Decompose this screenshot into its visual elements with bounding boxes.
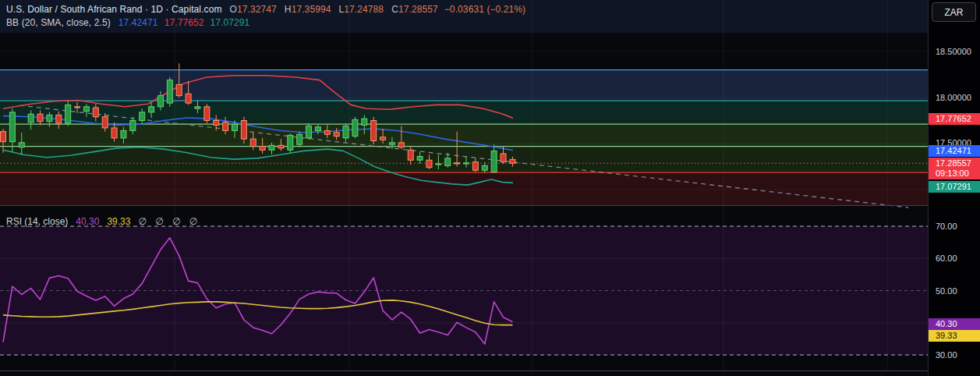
- rsi-indicator-label[interactable]: RSI (14, close): [6, 216, 68, 227]
- axis-tick-label: 50.00: [936, 286, 957, 296]
- candle-body: [306, 126, 312, 138]
- axis-tick-label: 18.00000: [936, 92, 971, 103]
- bb-lower-badge: 17.07291: [929, 181, 980, 193]
- price-and-rsi-canvas[interactable]: [0, 0, 928, 371]
- candle-body: [482, 165, 487, 170]
- candle-body: [436, 164, 441, 165]
- candle-body: [455, 163, 460, 164]
- open-label: O: [230, 4, 237, 15]
- candle-body: [186, 94, 191, 103]
- candle-body: [93, 108, 98, 117]
- candle-body: [47, 115, 52, 121]
- candle-body: [510, 159, 515, 163]
- candle-body: [121, 130, 126, 137]
- high-label: H: [285, 4, 292, 15]
- pane-separator-bottom[interactable]: [0, 371, 980, 371]
- rsi-value: 40.30: [76, 216, 99, 227]
- candle-body: [362, 119, 367, 125]
- candle-body: [445, 158, 451, 165]
- rsi-indicator-row: RSI (14, close)40.3039.33∅ ∅ ∅ ∅: [6, 216, 200, 227]
- bb-indicator-row: BB (20, SMA, close, 2.5)17.4247117.77652…: [6, 17, 249, 28]
- close-value: 17.28557: [398, 4, 438, 15]
- rsi-ma-value-badge: 39.33: [929, 330, 980, 342]
- chart-window: U.S. Dollar / South African Rand · 1D · …: [0, 0, 980, 376]
- candle-body: [297, 134, 302, 144]
- candle-body: [19, 143, 24, 147]
- candle-body: [501, 154, 506, 162]
- candle-body: [417, 157, 423, 161]
- candle-body: [157, 96, 163, 107]
- candle-body: [149, 107, 154, 112]
- candle-body: [37, 114, 43, 121]
- price-zone: [0, 70, 928, 101]
- candle-body: [65, 105, 71, 123]
- candle-body: [56, 115, 62, 123]
- price-zone: [0, 172, 928, 205]
- candle-body: [408, 150, 413, 160]
- price-axis[interactable]: ZAR 18.5000018.0000017.5000070.0060.0050…: [928, 0, 980, 376]
- candle-body: [260, 147, 265, 151]
- bb-indicator-label[interactable]: BB (20, SMA, close, 2.5): [6, 17, 111, 28]
- candle-body: [1, 132, 6, 142]
- close-label: C: [391, 4, 398, 15]
- open-value: 17.32747: [237, 4, 277, 15]
- candle-body: [223, 122, 228, 131]
- candle-body: [111, 128, 117, 138]
- candle-body: [389, 143, 394, 144]
- symbol-header-row: U.S. Dollar / South African Rand · 1D · …: [6, 4, 525, 15]
- candle-body: [9, 112, 15, 142]
- candle-body: [324, 130, 330, 134]
- candle-body: [464, 163, 469, 164]
- candle-body: [176, 84, 182, 95]
- bb-lower-value: 17.07291: [211, 17, 250, 28]
- low-value: 17.24788: [344, 4, 384, 15]
- bb-basis-badge: 17.42471: [929, 145, 980, 157]
- candle-body: [83, 107, 89, 112]
- rsi-hidden-values: ∅ ∅ ∅ ∅: [138, 216, 200, 227]
- candle-body: [278, 145, 284, 148]
- candle-body: [371, 121, 377, 141]
- candle-body: [315, 127, 320, 131]
- axis-tick-label: 30.00: [936, 349, 957, 360]
- currency-axis-button[interactable]: ZAR: [932, 2, 976, 22]
- candle-body: [343, 126, 348, 138]
- bb-upper-badge: 17.77652: [929, 113, 980, 125]
- candle-body: [102, 117, 108, 128]
- price-zone: [0, 124, 928, 146]
- candle-body: [472, 162, 478, 171]
- change-value: −0.03631 (−0.21%): [444, 4, 525, 15]
- candle-body: [241, 121, 246, 140]
- candle-body: [28, 114, 34, 122]
- candle-body: [130, 121, 136, 131]
- last-price-badge: 17.2855709:13:00: [929, 158, 980, 179]
- candle-body: [140, 112, 145, 121]
- candle-body: [288, 135, 293, 150]
- rsi-value-badge: 40.30: [929, 318, 980, 330]
- candle-body: [214, 121, 219, 126]
- bb-upper-value: 17.77652: [165, 17, 204, 28]
- candle-body: [491, 151, 497, 172]
- candle-body: [232, 124, 238, 130]
- candle-body: [250, 139, 256, 146]
- candle-body: [426, 160, 432, 167]
- candle-body: [195, 107, 200, 108]
- candle-body: [204, 107, 210, 121]
- high-value: 17.35994: [292, 4, 331, 15]
- axis-tick-label: 70.00: [936, 221, 957, 232]
- candle-body: [352, 119, 358, 136]
- axis-tick-label: 60.00: [936, 253, 957, 264]
- candle-body: [269, 145, 274, 150]
- axis-tick-label: 18.50000: [936, 46, 971, 57]
- pane-separator-top[interactable]: [0, 205, 980, 206]
- candle-body: [334, 133, 339, 137]
- rsi-ma-value: 39.33: [107, 216, 130, 227]
- price-zone: [0, 147, 928, 173]
- candle-body: [398, 143, 404, 147]
- symbol-title[interactable]: U.S. Dollar / South African Rand · 1D · …: [6, 4, 222, 15]
- candle-body: [380, 137, 386, 140]
- candle-body: [167, 80, 172, 104]
- candle-body: [75, 107, 80, 108]
- bb-basis-value: 17.42471: [119, 17, 158, 28]
